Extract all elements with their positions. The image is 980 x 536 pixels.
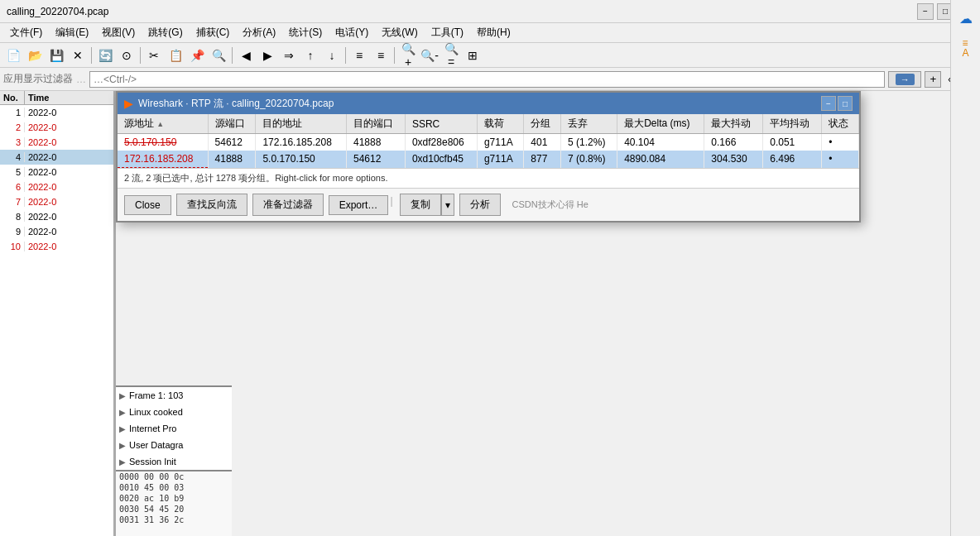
expand-icon[interactable]: ▶ bbox=[119, 391, 126, 400]
rtp-cell-10: 0.051 bbox=[763, 134, 822, 151]
menu-item-e[interactable]: 编辑(E) bbox=[49, 24, 95, 41]
rtp-col-header-0[interactable]: 源地址 ▲ bbox=[118, 114, 208, 134]
rtp-dialog-max-btn[interactable]: □ bbox=[838, 96, 853, 111]
rtp-dialog-controls: − □ bbox=[821, 96, 853, 111]
toolbar-goto-btn[interactable]: ⇒ bbox=[279, 45, 299, 65]
detail-row[interactable]: ▶Session Init bbox=[116, 453, 232, 470]
packet-time: 2022-0 bbox=[25, 152, 113, 162]
menu-item-y[interactable]: 电话(Y) bbox=[329, 24, 375, 41]
toolbar-up-btn[interactable]: ↑ bbox=[300, 45, 320, 65]
packet-row[interactable]: 92022-0 bbox=[0, 224, 113, 239]
detail-label: Internet Pro bbox=[129, 424, 176, 433]
packet-row[interactable]: 32022-0 bbox=[0, 135, 113, 150]
detail-label: Linux cooked bbox=[129, 407, 183, 417]
rtp-col-header-2[interactable]: 目的地址 bbox=[256, 114, 347, 134]
expand-icon[interactable]: ▶ bbox=[119, 441, 126, 450]
toolbar-colorchoice-btn[interactable]: ≡ bbox=[349, 45, 369, 65]
toolbar-capture-btn[interactable]: ⊙ bbox=[117, 45, 137, 65]
detail-label: User Datagra bbox=[129, 440, 183, 450]
rtp-col-header-4[interactable]: SSRC bbox=[405, 114, 477, 134]
rtp-close-btn[interactable]: Close bbox=[124, 195, 171, 215]
packet-time: 2022-0 bbox=[25, 122, 113, 132]
rtp-col-header-11[interactable]: 状态 bbox=[822, 114, 859, 134]
menu-item-w[interactable]: 无线(W) bbox=[375, 24, 424, 41]
rtp-analyze-btn[interactable]: 分析 bbox=[459, 194, 501, 216]
rtp-col-header-5[interactable]: 载荷 bbox=[477, 114, 523, 134]
packet-row[interactable]: 82022-0 bbox=[0, 209, 113, 224]
rtp-reverse-flow-btn[interactable]: 查找反向流 bbox=[176, 194, 247, 216]
rtp-prepare-filter-btn[interactable]: 准备过滤器 bbox=[252, 194, 324, 216]
rtp-col-header-10[interactable]: 平均抖动 bbox=[763, 114, 822, 134]
toolbar-zoom-reset-btn[interactable]: 🔍= bbox=[441, 45, 461, 65]
menu-item-s[interactable]: 统计(S) bbox=[282, 24, 329, 41]
detail-row[interactable]: ▶Linux cooked bbox=[116, 404, 232, 420]
packet-row[interactable]: 22022-0 bbox=[0, 120, 113, 135]
toolbar-find-btn[interactable]: 🔍 bbox=[209, 45, 228, 65]
cloud-icon[interactable]: ☁ bbox=[954, 7, 978, 30]
rtp-table-row[interactable]: 172.16.185.208418885.0.170.150546120xd10… bbox=[118, 151, 859, 168]
text-format-icon[interactable]: ≡A bbox=[954, 36, 978, 60]
rtp-col-header-1[interactable]: 源端口 bbox=[208, 114, 256, 134]
toolbar-down-btn[interactable]: ↓ bbox=[322, 45, 342, 65]
rtp-cell-1: 54612 bbox=[208, 134, 256, 151]
rtp-col-header-8[interactable]: 最大Delta (ms) bbox=[617, 114, 704, 134]
packet-row[interactable]: 102022-0 bbox=[0, 239, 113, 254]
packet-row[interactable]: 52022-0 bbox=[0, 165, 113, 179]
filter-add-btn[interactable]: + bbox=[925, 71, 941, 88]
toolbar-zoom-out-btn[interactable]: 🔍- bbox=[420, 45, 440, 65]
filter-apply-btn[interactable]: → bbox=[888, 71, 921, 88]
rtp-cell-9: 304.530 bbox=[704, 151, 763, 168]
menu-item-g[interactable]: 跳转(G) bbox=[142, 24, 189, 41]
menu-item-h[interactable]: 帮助(H) bbox=[470, 24, 517, 41]
packet-row[interactable]: 12022-0 bbox=[0, 105, 113, 120]
rtp-status-text: 2 流, 2 项已选中, 总计 1278 项分组。Right-click for… bbox=[124, 173, 387, 183]
rtp-col-header-7[interactable]: 丢弃 bbox=[561, 114, 617, 134]
menu-item-f[interactable]: 文件(F) bbox=[3, 24, 49, 41]
rtp-copy-btn[interactable]: 复制 bbox=[400, 194, 441, 216]
detail-label: Frame 1: 103 bbox=[129, 390, 183, 400]
rtp-col-header-3[interactable]: 目的端口 bbox=[346, 114, 405, 134]
packet-row[interactable]: 72022-0 bbox=[0, 194, 113, 209]
detail-row[interactable]: ▶Internet Pro bbox=[116, 420, 232, 437]
packet-no: 2 bbox=[0, 122, 25, 132]
menu-item-c[interactable]: 捕获(C) bbox=[190, 24, 237, 41]
packet-no: 4 bbox=[0, 152, 25, 162]
toolbar-new-btn[interactable]: 📄 bbox=[3, 45, 23, 65]
toolbar-autoscroll-btn[interactable]: ≡ bbox=[371, 45, 391, 65]
rtp-col-header-6[interactable]: 分组 bbox=[524, 114, 561, 134]
packet-row[interactable]: 62022-0 bbox=[0, 179, 113, 194]
toolbar-fwd-btn[interactable]: ▶ bbox=[257, 45, 277, 65]
rtp-col-header-9[interactable]: 最大抖动 bbox=[704, 114, 763, 134]
rtp-cell-7: 5 (1.2%) bbox=[561, 134, 617, 151]
menu-item-a[interactable]: 分析(A) bbox=[236, 24, 282, 41]
rtp-dialog-min-btn[interactable]: − bbox=[821, 96, 836, 111]
rtp-copy-arrow-btn[interactable]: ▾ bbox=[441, 194, 454, 216]
toolbar-resize-btn[interactable]: ⊞ bbox=[463, 45, 483, 65]
toolbar-sep-1 bbox=[91, 47, 92, 64]
menu-item-t[interactable]: 工具(T) bbox=[425, 24, 470, 41]
toolbar-cut-btn[interactable]: ✂ bbox=[144, 45, 164, 65]
minimize-button[interactable]: − bbox=[917, 3, 934, 20]
toolbar-save-btn[interactable]: 💾 bbox=[46, 45, 66, 65]
rtp-cell-3: 54612 bbox=[346, 151, 405, 168]
toolbar-zoom-in-btn[interactable]: 🔍+ bbox=[398, 45, 418, 65]
detail-row[interactable]: ▶Frame 1: 103 bbox=[116, 387, 232, 404]
packet-time: 2022-0 bbox=[25, 182, 113, 192]
toolbar-open-btn[interactable]: 📂 bbox=[25, 45, 45, 65]
filter-input[interactable] bbox=[89, 71, 885, 88]
expand-icon[interactable]: ▶ bbox=[119, 457, 126, 467]
packet-row[interactable]: 42022-0 bbox=[0, 150, 113, 165]
detail-row[interactable]: ▶User Datagra bbox=[116, 437, 232, 453]
menu-item-v[interactable]: 视图(V) bbox=[95, 24, 142, 41]
toolbar-close-btn[interactable]: ✕ bbox=[68, 45, 88, 65]
toolbar-sep-2 bbox=[140, 47, 141, 64]
rtp-export-btn[interactable]: Export… bbox=[329, 195, 389, 215]
toolbar-paste-btn[interactable]: 📌 bbox=[187, 45, 207, 65]
toolbar-reload-btn[interactable]: 🔄 bbox=[95, 45, 115, 65]
toolbar-copy-btn[interactable]: 📋 bbox=[166, 45, 185, 65]
rtp-table-row[interactable]: 5.0.170.15054612172.16.185.208418880xdf2… bbox=[118, 134, 859, 151]
expand-icon[interactable]: ▶ bbox=[119, 424, 126, 433]
expand-icon[interactable]: ▶ bbox=[119, 408, 126, 417]
toolbar-back-btn[interactable]: ◀ bbox=[236, 45, 256, 65]
rtp-hint: CSDN技术心得 He bbox=[512, 199, 588, 211]
